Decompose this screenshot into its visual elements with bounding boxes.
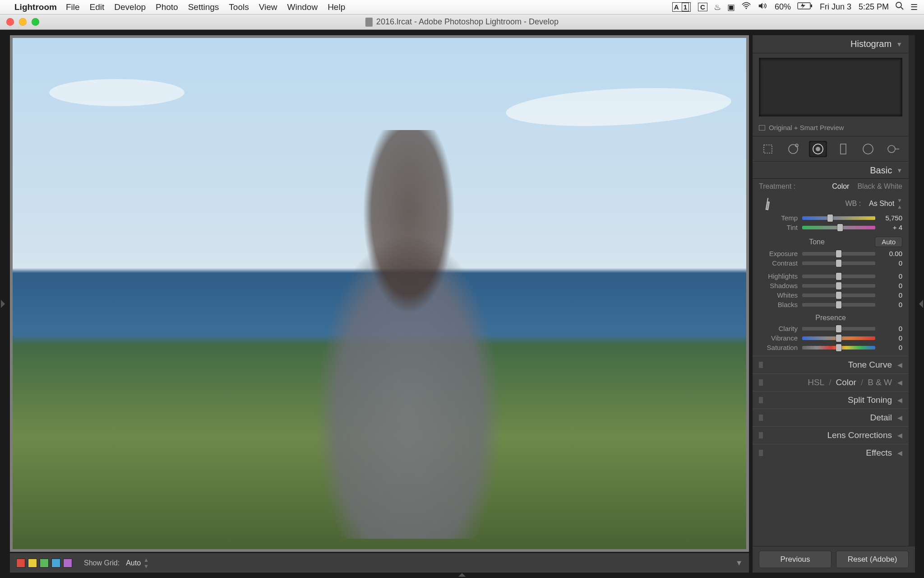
battery-icon[interactable] [797,2,813,12]
display-icon[interactable]: ▣ [727,2,735,12]
svg-rect-10 [841,144,846,154]
basic-header[interactable]: Basic▼ [753,162,909,179]
label-blue[interactable] [51,559,60,568]
temp-label: Temp [759,214,798,222]
saturation-slider[interactable] [802,346,875,350]
photo-preview[interactable] [13,38,746,549]
menu-edit[interactable]: Edit [90,2,105,12]
bottom-panel-handle[interactable] [448,573,476,577]
menu-list-icon[interactable]: ☰ [910,2,918,12]
canvas-area [10,35,749,552]
crop-tool[interactable] [759,141,777,157]
wb-dropper-icon[interactable] [757,193,778,214]
tint-label: Tint [759,224,798,231]
exposure-slider[interactable] [802,252,875,256]
left-panel-toggle[interactable] [1,300,5,308]
label-yellow[interactable] [28,559,37,568]
menu-file[interactable]: File [66,2,80,12]
effects-section[interactable]: Effects◀ [753,444,909,461]
menubar-app[interactable]: Lightroom [14,2,57,12]
zoom-window-button[interactable] [32,18,39,26]
show-grid-value[interactable]: Auto [126,559,141,567]
tone-curve-section[interactable]: Tone Curve◀ [753,356,909,373]
window-titlebar: 2016.lrcat - Adobe Photoshop Lightroom -… [0,14,924,30]
label-purple[interactable] [63,559,72,568]
treatment-bw[interactable]: Black & White [857,182,902,191]
reset-button[interactable]: Reset (Adobe) [836,551,909,568]
tint-slider[interactable] [802,226,875,229]
clarity-value[interactable]: 0 [880,325,902,332]
menu-photo[interactable]: Photo [156,2,178,12]
lens-corrections-section[interactable]: Lens Corrections◀ [753,426,909,444]
redeye-tool[interactable] [809,141,827,157]
menu-settings[interactable]: Settings [188,2,219,12]
menu-tools[interactable]: Tools [229,2,249,12]
spot-tool[interactable] [784,141,802,157]
blacks-slider[interactable] [802,303,875,307]
gradient-tool[interactable] [834,141,852,157]
whites-value[interactable]: 0 [880,291,902,299]
svg-point-12 [888,145,895,153]
minimize-window-button[interactable] [19,18,27,26]
bottom-toolbar: Show Grid: Auto ▲▼ ▼ [10,553,749,573]
whites-slider[interactable] [802,294,875,297]
tint-value[interactable]: + 4 [880,224,902,231]
adobe-a1-icon[interactable]: A1 [672,2,691,12]
menubar-time[interactable]: 5:25 PM [859,2,889,12]
treatment-color[interactable]: Color [832,182,849,191]
wifi-icon[interactable] [741,2,751,12]
vibrance-slider[interactable] [802,336,875,340]
histogram-box[interactable] [759,58,902,117]
highlights-slider[interactable] [802,275,875,278]
contrast-value[interactable]: 0 [880,259,902,267]
exposure-value[interactable]: 0.00 [880,250,902,257]
grid-chevron-icon[interactable]: ▲▼ [143,557,149,569]
auto-tone-button[interactable]: Auto [875,237,902,247]
cc-icon[interactable]: C [698,3,707,11]
shadows-slider[interactable] [802,284,875,288]
svg-point-11 [863,144,873,154]
wb-value[interactable]: As Shot [869,200,894,208]
previous-button[interactable]: Previous [759,551,832,568]
blacks-value[interactable]: 0 [880,301,902,308]
wb-label: WB : [845,200,861,208]
vibrance-value[interactable]: 0 [880,334,902,342]
label-red[interactable] [16,559,25,568]
svg-rect-5 [764,145,772,153]
panel-scrollbar[interactable] [909,35,915,546]
blacks-label: Blacks [759,301,798,308]
clarity-slider[interactable] [802,327,875,331]
saturation-label: Saturation [759,344,798,351]
volume-icon[interactable] [758,2,767,12]
spotlight-icon[interactable] [895,1,904,13]
brush-tool[interactable] [884,141,902,157]
menu-develop[interactable]: Develop [114,2,146,12]
menu-window[interactable]: Window [287,2,318,12]
menubar-date[interactable]: Fri Jun 3 [820,2,851,12]
svg-point-6 [789,144,798,154]
clarity-label: Clarity [759,325,798,332]
radial-tool[interactable] [859,141,877,157]
split-toning-section[interactable]: Split Toning◀ [753,391,909,409]
exposure-label: Exposure [759,250,798,257]
hsl-section[interactable]: HSL/Color/B & W◀ [753,373,909,391]
toolbar-dropdown[interactable]: ▼ [735,559,743,567]
label-green[interactable] [40,559,49,568]
highlights-value[interactable]: 0 [880,272,902,280]
saturation-value[interactable]: 0 [880,344,902,351]
contrast-slider[interactable] [802,261,875,265]
battery-percent[interactable]: 60% [775,2,791,12]
right-panel-toggle[interactable] [919,300,923,308]
menu-view[interactable]: View [259,2,277,12]
temp-value[interactable]: 5,750 [880,214,902,222]
histogram-header[interactable]: Histogram▼ [753,35,909,53]
flame-icon[interactable]: ♨ [714,2,721,12]
tool-strip [753,136,909,162]
temp-slider[interactable] [802,216,875,220]
shadows-value[interactable]: 0 [880,282,902,289]
menu-help[interactable]: Help [328,2,345,12]
show-grid-label: Show Grid: [84,559,120,567]
wb-chevron-icon[interactable]: ▼▲ [897,197,902,210]
close-window-button[interactable] [6,18,14,26]
detail-section[interactable]: Detail◀ [753,409,909,426]
